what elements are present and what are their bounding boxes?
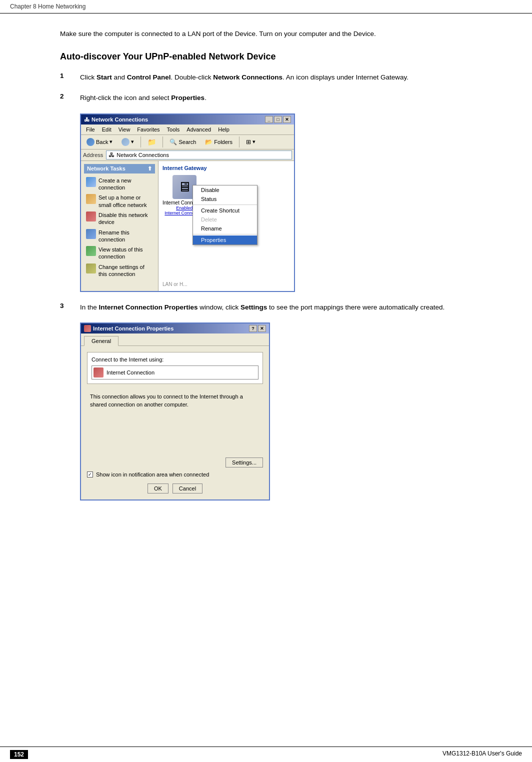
minimize-btn[interactable]: _ (265, 116, 273, 123)
toolbar-sep2 (162, 136, 163, 148)
nc-window: 🖧 Network Connections _ □ ✕ File Edit Vi… (80, 114, 295, 292)
icp-screenshot: Internet Connection Properties ? ✕ Gener… (80, 322, 492, 500)
search-label: Search (178, 139, 196, 145)
network-tasks-title[interactable]: Network Tasks ⬆ (84, 164, 155, 174)
icp-titlebar-icon (84, 325, 91, 332)
menu-advanced[interactable]: Advanced (184, 126, 214, 134)
icp-settings-btn[interactable]: Settings... (226, 458, 263, 468)
icp-close-btn[interactable]: ✕ (258, 325, 266, 332)
step-1: 1 Click Start and Control Panel. Double-… (60, 72, 492, 83)
icp-help-btn[interactable]: ? (249, 325, 257, 332)
step-1-mid1: and (112, 74, 127, 81)
home-network-icon (86, 194, 96, 204)
folders-btn[interactable]: 📁 (144, 136, 160, 148)
menu-tools[interactable]: Tools (164, 126, 183, 134)
ctx-delete: Delete (193, 215, 257, 224)
panel-item-create-label: Create a new connection (98, 177, 153, 192)
icp-cancel-btn[interactable]: Cancel (172, 484, 202, 494)
panel-item-settings[interactable]: Change settings of this connection (84, 262, 155, 280)
folder-icon: 📁 (148, 138, 156, 146)
ctx-sep1 (193, 204, 257, 205)
fwd-dropdown-icon: ▾ (131, 138, 134, 145)
menu-favorites[interactable]: Favorites (134, 126, 162, 134)
panel-item-create[interactable]: Create a new connection (84, 176, 155, 193)
step-1-bold3: Network Connections (213, 74, 282, 81)
step-3-before: In the (80, 304, 99, 311)
page-content: Make sure the computer is connected to a… (0, 14, 532, 526)
menu-edit[interactable]: Edit (99, 126, 114, 134)
disable-network-icon (86, 212, 96, 222)
icp-body: Connect to the Internet using: Internet … (81, 346, 269, 500)
network-tasks-items: Create a new connection Set up a home or… (84, 174, 155, 282)
icp-titlebar: Internet Connection Properties ? ✕ (81, 324, 269, 334)
menu-file[interactable]: File (83, 126, 98, 134)
footer-guide-name: VMG1312-B10A User's Guide (442, 750, 522, 759)
icp-ok-btn[interactable]: OK (148, 484, 168, 494)
maximize-btn[interactable]: □ (274, 116, 282, 123)
step-2-text: Right-click the icon and select Properti… (80, 92, 492, 104)
chapter-title: Chapter 8 Home Networking (10, 3, 86, 10)
icp-section-label: Connect to the Internet using: (92, 356, 258, 362)
view-icon: ⊞ (246, 138, 251, 146)
address-value[interactable]: 🖧 Network Connections (106, 150, 292, 160)
icp-tabs: General (81, 334, 269, 346)
step-2-text-before: Right-click the icon and select (80, 94, 171, 102)
view-btn[interactable]: ⊞ ▾ (242, 137, 259, 147)
nc-address-bar: Address 🖧 Network Connections (81, 150, 294, 161)
panel-item-status-label: View status of this connection (98, 246, 153, 260)
icp-checkbox-label: Show icon in notification area when conn… (96, 472, 209, 478)
panel-item-home-label: Set up a home or small office network (98, 194, 153, 208)
menu-help[interactable]: Help (215, 126, 232, 134)
icp-checkbox[interactable]: ✓ (87, 472, 93, 478)
intro-text: Make sure the computer is connected to a… (60, 28, 492, 40)
panel-item-disable-label: Disable this network device (98, 212, 153, 226)
step-3-number: 3 (60, 302, 80, 310)
nc-titlebar: 🖧 Network Connections _ □ ✕ (81, 114, 294, 124)
step-2-bold1: Properties (171, 94, 204, 102)
change-settings-icon (86, 264, 96, 274)
panel-item-home[interactable]: Set up a home or small office network (84, 192, 155, 210)
icp-desc: This connection allows you to connect to… (87, 390, 263, 412)
page-header: Chapter 8 Home Networking (0, 0, 532, 14)
rename-conn-icon (86, 229, 96, 239)
icp-conn-item[interactable]: Internet Connection (92, 366, 258, 380)
back-icon (86, 138, 94, 146)
view-dropdown-icon: ▾ (252, 138, 256, 145)
inet-gateway-title: Internet Gateway (162, 165, 290, 171)
step-1-bold2: Control Panel (127, 74, 171, 81)
ctx-create-shortcut[interactable]: Create Shortcut (193, 206, 257, 215)
panel-item-rename[interactable]: Rename this connection (84, 228, 155, 245)
gateway-icon-area: 🖥 Internet Connection Enabled Internet C… (162, 175, 290, 216)
icp-conn-text: Internet Connection (106, 370, 154, 376)
menu-view[interactable]: View (116, 126, 134, 134)
back-button[interactable]: Back ▾ (83, 136, 116, 148)
ctx-status[interactable]: Status (193, 194, 257, 204)
icp-conn-icon (94, 368, 104, 378)
fwd-button[interactable]: ▾ (118, 136, 138, 148)
nc-toolbar: Back ▾ ▾ 📁 🔍 Search 📂 Fold (81, 135, 294, 150)
nc-left-panel: Network Tasks ⬆ Create a new connection … (81, 161, 158, 291)
footer-page-number: 152 (10, 750, 28, 759)
nc-titlebar-icon: 🖧 (84, 116, 90, 122)
step-2-after: . (204, 94, 206, 102)
step-3-bold1: Internet Connection Properties (99, 304, 198, 311)
step-2: 2 Right-click the icon and select Proper… (60, 92, 492, 104)
step-3-text: In the Internet Connection Properties wi… (80, 302, 492, 313)
folders-btn2[interactable]: 📂 Folders (202, 137, 236, 147)
page-footer: 152 VMG1312-B10A User's Guide (0, 746, 532, 762)
tab-general[interactable]: General (84, 336, 118, 346)
close-btn[interactable]: ✕ (283, 116, 291, 123)
ctx-disable[interactable]: Disable (193, 186, 257, 194)
panel-item-settings-label: Change settings of this connection (98, 264, 153, 278)
icp-section: Connect to the Internet using: Internet … (87, 352, 263, 384)
back-label: Back (96, 139, 108, 145)
icp-titlebar-title: Internet Connection Properties (93, 326, 174, 332)
ctx-rename[interactable]: Rename (193, 224, 257, 233)
step-1-text: Click Start and Control Panel. Double-cl… (80, 72, 492, 83)
search-btn[interactable]: 🔍 Search (166, 137, 200, 147)
address-icon: 🖧 (108, 152, 114, 158)
ctx-sep2 (193, 234, 257, 234)
ctx-properties[interactable]: Properties (193, 236, 257, 244)
panel-item-status[interactable]: View status of this connection (84, 244, 155, 262)
panel-item-disable[interactable]: Disable this network device (84, 210, 155, 228)
